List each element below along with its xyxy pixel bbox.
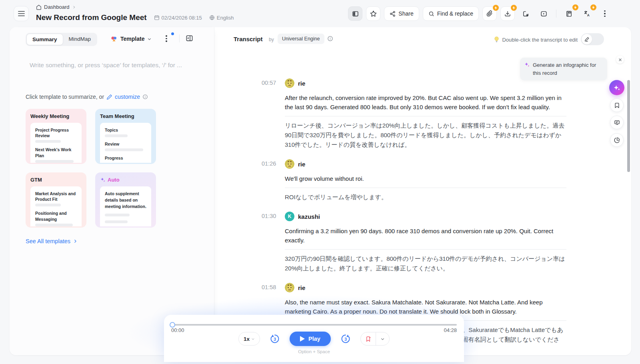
entry-text-en[interactable]: Confirming a 3.2 million yen 90 days. 80… bbox=[285, 226, 566, 245]
bookmark-icon bbox=[614, 102, 620, 108]
comments-button[interactable] bbox=[610, 116, 624, 129]
kebab-icon bbox=[604, 10, 606, 17]
media-file-button[interactable] bbox=[536, 6, 551, 21]
template-dropdown[interactable]: Template bbox=[110, 35, 152, 42]
entry-text-ja[interactable]: ROIなしでボリュームを増やします。 bbox=[285, 192, 566, 202]
bookmarks-button[interactable] bbox=[610, 98, 624, 112]
template-card-title: Auto bbox=[108, 177, 120, 183]
close-tooltip-button[interactable] bbox=[616, 56, 624, 64]
svg-text:A: A bbox=[587, 14, 590, 17]
ai-infographic-tooltip[interactable]: Generate an infographic for this record bbox=[520, 58, 607, 80]
template-card-title: Weekly Meeting bbox=[30, 113, 82, 119]
more-options-button[interactable] bbox=[598, 6, 612, 21]
entry-divider bbox=[285, 116, 566, 116]
entry-speaker[interactable]: rie bbox=[285, 283, 566, 292]
find-replace-button[interactable]: Find & replace bbox=[423, 6, 479, 21]
notes-button[interactable] bbox=[562, 6, 576, 21]
breadcrumb-label: Dashboard bbox=[44, 4, 70, 10]
pie-chart-icon bbox=[614, 137, 620, 143]
speed-value: 1x bbox=[244, 336, 250, 342]
speaker-name: rie bbox=[298, 284, 305, 291]
chevron-down-icon bbox=[147, 37, 152, 41]
progress-handle[interactable] bbox=[170, 322, 175, 328]
share-button[interactable]: Share bbox=[384, 6, 419, 21]
edit-mode-toggle[interactable] bbox=[581, 33, 604, 45]
entry-text-ja[interactable]: リローンチ後、コンバージョン率は20%向上しました。しかし、顧客獲得コストも上昇… bbox=[285, 121, 566, 150]
record-language[interactable]: English bbox=[209, 15, 234, 21]
shortcut-hint: Option + Space bbox=[164, 349, 464, 354]
speaker-name: kazushi bbox=[298, 213, 320, 220]
template-item: Topics bbox=[105, 127, 146, 133]
rewind-3-button[interactable]: 3 bbox=[270, 334, 280, 344]
kebab-icon bbox=[166, 35, 167, 42]
template-item: Review bbox=[105, 141, 146, 147]
play-button[interactable]: Play bbox=[290, 332, 331, 346]
template-card-team-meeting[interactable]: Team Meeting Topics Review Progress bbox=[95, 109, 156, 164]
attachments-button[interactable] bbox=[482, 6, 497, 21]
template-item: Progress bbox=[105, 155, 146, 161]
collapse-panel-icon bbox=[186, 34, 193, 42]
template-card-weekly-meeting[interactable]: Weekly Meeting Project Progress Review N… bbox=[26, 109, 86, 164]
forward-3-button[interactable]: 3 bbox=[340, 334, 351, 344]
toggle-sidebar-button[interactable] bbox=[348, 6, 362, 21]
toolbar-divider bbox=[556, 10, 556, 18]
summary-more-button[interactable] bbox=[166, 35, 167, 42]
page-title: New Record from Google Meet bbox=[36, 13, 147, 22]
entry-text-en[interactable]: After the relaunch, conversion rate impr… bbox=[285, 93, 566, 112]
transcript-scrollbar[interactable] bbox=[627, 80, 630, 172]
template-item: Next Week's Work Plan bbox=[35, 147, 77, 158]
main-menu-button[interactable] bbox=[14, 6, 29, 21]
entry-timestamp[interactable]: 00:57 bbox=[262, 78, 285, 150]
favorite-button[interactable] bbox=[366, 6, 380, 21]
template-card-auto[interactable]: Auto Auto supplement details based on me… bbox=[95, 172, 156, 228]
template-logo-icon bbox=[110, 35, 118, 42]
bookmark-menu-button[interactable] bbox=[376, 332, 389, 345]
transcript-by-label: by bbox=[269, 37, 274, 42]
template-card-title: GTM bbox=[30, 177, 82, 183]
playback-speed-button[interactable]: 1x bbox=[238, 332, 260, 346]
entry-text-en[interactable]: Also, the name must stay exact. Sakura M… bbox=[285, 298, 566, 316]
top-header: Dashboard New Record from Google Meet 02… bbox=[0, 0, 640, 27]
avatar-rie-giraffe bbox=[285, 159, 294, 169]
media-file-icon bbox=[540, 10, 547, 17]
entry-timestamp[interactable]: 01:30 bbox=[262, 212, 285, 273]
template-item: Project Progress Review bbox=[35, 127, 77, 138]
transcript-entry: 01:26 rie We'll grow volume without roi.… bbox=[262, 159, 566, 202]
sparkle-icon bbox=[524, 62, 530, 68]
export-icon bbox=[522, 10, 529, 17]
template-card-gtm[interactable]: GTM Market Analysis and Product Fit Posi… bbox=[26, 172, 86, 228]
template-card-title: Team Meeting bbox=[100, 113, 151, 119]
entry-speaker[interactable]: K kazushi bbox=[285, 212, 566, 221]
entry-timestamp[interactable]: 01:26 bbox=[262, 159, 285, 202]
ai-assistant-button[interactable] bbox=[609, 80, 624, 95]
export-button[interactable] bbox=[518, 6, 533, 21]
bookmark-control bbox=[360, 332, 390, 346]
tab-summary[interactable]: Summary bbox=[26, 34, 63, 45]
entry-speaker[interactable]: rie bbox=[285, 159, 566, 169]
svg-text:3: 3 bbox=[274, 337, 276, 342]
collapse-panel-button[interactable] bbox=[186, 34, 193, 42]
info-icon[interactable] bbox=[327, 36, 333, 42]
translate-button[interactable]: A bbox=[580, 6, 594, 21]
menu-icon bbox=[18, 11, 25, 16]
globe-icon bbox=[209, 15, 215, 20]
engine-badge[interactable]: Universal Engine bbox=[278, 34, 324, 44]
edit-hint: Double-click the transcript to edit bbox=[494, 36, 578, 43]
chevron-right-icon bbox=[72, 5, 76, 9]
analytics-button[interactable] bbox=[610, 133, 624, 147]
ai-tooltip-text: Generate an infographic for this record bbox=[533, 62, 596, 76]
forward-3-icon: 3 bbox=[340, 334, 351, 344]
tab-mindmap[interactable]: MindMap bbox=[63, 34, 97, 45]
progress-bar[interactable] bbox=[171, 324, 457, 326]
see-all-templates-link[interactable]: See All templates bbox=[26, 238, 78, 244]
entry-divider bbox=[285, 249, 566, 250]
add-bookmark-button[interactable] bbox=[361, 332, 376, 345]
breadcrumb[interactable]: Dashboard bbox=[36, 4, 76, 10]
entry-text-ja[interactable]: 320万円の90日間を確認しています。800件のリードから310件のデモが予約さ… bbox=[285, 254, 566, 273]
entry-text-en[interactable]: We'll grow volume without roi. bbox=[285, 174, 566, 183]
summary-editor[interactable]: Write something, or press ‘space’ for te… bbox=[30, 62, 194, 69]
chevron-down-icon bbox=[380, 337, 385, 341]
template-cards: Weekly Meeting Project Progress Review N… bbox=[26, 109, 158, 228]
customize-link[interactable]: customize bbox=[115, 94, 140, 100]
download-button[interactable] bbox=[500, 6, 515, 21]
